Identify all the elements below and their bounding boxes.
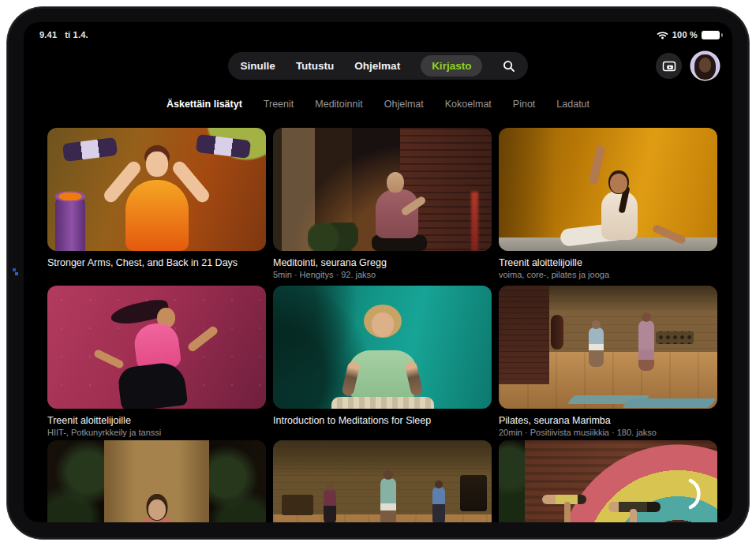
card-title: Treenit aloittelijoille (47, 415, 266, 426)
card-artwork-hiit-pink (47, 286, 266, 409)
workout-card[interactable]: Treenit aloittelijoille voima, core-, pi… (499, 128, 717, 279)
card-artwork-pilates-studio (499, 286, 717, 409)
card-artwork-dance-trio (273, 440, 492, 522)
card-title: Pilates, seurana Marimba (499, 415, 717, 426)
ipad-screen: 9.41 ti 1.4. 100 % Sinulle Tut (24, 22, 732, 522)
workout-card[interactable]: Treenit aloittelijoille HIIT-, Potkunyrk… (47, 286, 266, 437)
avatar-memoji-face (699, 58, 711, 73)
library-grid-row-1: Stronger Arms, Chest, and Back in 21 Day… (47, 128, 717, 279)
subtab-askettain-lisatyt[interactable]: Äskettäin lisätyt (167, 99, 242, 110)
card-subtitle: 5min · Hengitys · 92. jakso (273, 270, 492, 279)
tab-tutustu[interactable]: Tutustu (296, 60, 334, 72)
workout-card[interactable] (47, 440, 266, 522)
subtab-treenit[interactable]: Treenit (264, 99, 294, 110)
status-time: 9.41 (39, 30, 57, 39)
search-icon (503, 60, 515, 73)
workout-card[interactable]: Meditointi, seurana Gregg 5min · Hengity… (273, 128, 492, 279)
card-subtitle: voima, core-, pilates ja jooga (499, 270, 717, 279)
workout-card[interactable] (499, 440, 717, 522)
profile-avatar[interactable] (691, 52, 719, 80)
status-bar: 9.41 ti 1.4. 100 % (39, 30, 720, 39)
battery-percent-label: 100 % (672, 30, 698, 39)
library-grid-row-2: Treenit aloittelijoille HIIT-, Potkunyrk… (47, 286, 717, 437)
workout-card[interactable]: Introduction to Meditations for Sleep (273, 286, 492, 437)
card-artwork-meditation-teal (273, 286, 492, 409)
search-button[interactable] (503, 60, 515, 73)
card-artwork-namaste-panel (47, 440, 266, 522)
card-artwork-strength-illustration (47, 128, 266, 251)
library-subtabs: Äskettäin lisätyt Treenit Meditoinnit Oh… (24, 99, 732, 110)
card-artwork-yoga-orange (499, 128, 717, 251)
card-title: Introduction to Meditations for Sleep (273, 415, 492, 426)
wifi-icon (657, 31, 668, 39)
workout-card[interactable]: Pilates, seurana Marimba 20min · Positii… (499, 286, 717, 437)
battery-icon (702, 31, 720, 39)
bezel-mark (13, 268, 16, 271)
card-title: Meditointi, seurana Gregg (273, 257, 492, 268)
card-artwork-meditation-gregg (273, 128, 492, 251)
subtab-ohjelmat[interactable]: Ohjelmat (384, 99, 424, 110)
subtab-meditoinnit[interactable]: Meditoinnit (315, 99, 362, 110)
status-right: 100 % (657, 30, 720, 39)
tab-sinulle[interactable]: Sinulle (241, 60, 275, 72)
workout-card[interactable]: Stronger Arms, Chest, and Back in 21 Day… (47, 128, 266, 279)
status-date: ti 1.4. (65, 30, 88, 39)
workout-card[interactable] (273, 440, 492, 522)
top-navigation: Sinulle Tutustu Ohjelmat Kirjasto (24, 52, 732, 80)
card-artwork-rainbow-mural (499, 440, 717, 522)
video-pip-button[interactable] (656, 53, 682, 79)
video-pip-icon (662, 60, 676, 73)
page-background: 9.41 ti 1.4. 100 % Sinulle Tut (0, 0, 756, 546)
library-grid-row-3 (47, 440, 717, 522)
card-title: Treenit aloittelijoille (499, 257, 717, 268)
card-title: Stronger Arms, Chest, and Back in 21 Day… (47, 257, 266, 268)
tab-ohjelmat[interactable]: Ohjelmat (354, 60, 400, 72)
status-left: 9.41 ti 1.4. (39, 30, 88, 39)
tab-kirjasto[interactable]: Kirjasto (421, 55, 482, 77)
corner-crescent-mark (688, 478, 705, 510)
subtab-ladatut[interactable]: Ladatut (556, 99, 589, 110)
subtab-kokoelmat[interactable]: Kokoelmat (445, 99, 492, 110)
card-subtitle: HIIT-, Potkunyrkkeily ja tanssi (47, 428, 266, 437)
nav-pill: Sinulle Tutustu Ohjelmat Kirjasto (228, 52, 529, 80)
ipad-device-frame: 9.41 ti 1.4. 100 % Sinulle Tut (6, 6, 750, 540)
subtab-pinot[interactable]: Pinot (513, 99, 536, 110)
card-subtitle: 20min · Positiivista musiikkia · 180. ja… (499, 428, 717, 437)
